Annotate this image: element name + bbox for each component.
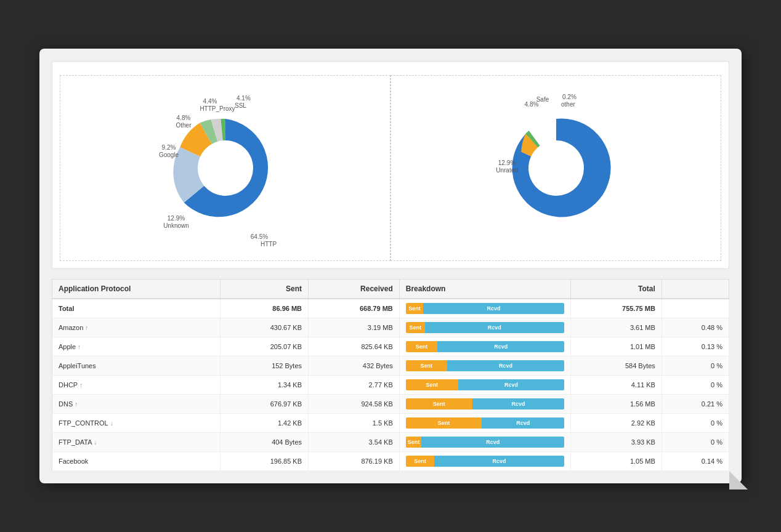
sent-bar: Sent [406,417,482,429]
main-panel: 64.5% HTTP 12.9% Unknown 9.2% Google 4.8… [39,49,742,483]
sent-cell: 1.34 KB [221,376,309,395]
google-text: Google [158,151,179,158]
breakdown-bar: SentRcvd [406,379,564,390]
pct-cell: 0 % [662,433,729,452]
table-row: FTP_CONTROL1.42 KB1.5 KBSentRcvd2.92 KB0… [52,414,729,433]
pct-cell: 0 % [662,376,729,395]
received-cell: 1.5 KB [309,414,400,433]
breakdown-bar: SentRcvd [406,456,564,467]
total-cell: 2.92 KB [571,414,662,433]
sent-bar: Sent [406,456,434,467]
left-chart-box: 64.5% HTTP 12.9% Unknown 9.2% Google 4.8… [60,75,390,261]
protocol-cell[interactable]: Amazon [52,318,221,337]
http-label: 64.5% [250,233,267,240]
pct-cell: 0 % [662,414,729,433]
sent-bar: Sent [406,303,423,314]
breakdown-bar: SentRcvd [406,360,564,371]
rcvd-bar: Rcvd [437,341,564,352]
sent-cell: 430.67 KB [221,318,309,337]
breakdown-cell: SentRcvd [399,395,570,414]
breakdown-bar: SentRcvd [406,398,564,409]
unrated-text: Unrated [496,167,518,174]
pct-cell [662,299,729,318]
breakdown-cell: SentRcvd [399,357,570,376]
protocol-cell: Total [52,299,221,318]
rcvd-bar: Rcvd [425,322,565,333]
sent-cell: 86.96 MB [221,299,309,318]
received-cell: 876.19 KB [309,452,400,471]
sent-cell: 196.85 KB [221,452,309,471]
other-right-text: other [561,101,575,108]
protocol-cell[interactable]: Apple [52,337,221,357]
breakdown-bar: SentRcvd [406,303,564,314]
total-cell: 1.56 MB [571,395,662,414]
received-cell: 2.77 KB [309,376,400,395]
sent-bar: Sent [406,341,437,352]
breakdown-cell: SentRcvd [399,299,570,318]
right-chart-box: 82.1% Acceptable 12.9% Unrated 4.8% Safe… [390,75,721,261]
received-cell: 3.19 MB [309,318,400,337]
received-cell: 825.64 KB [309,337,400,357]
rcvd-bar: Rcvd [472,398,564,409]
col-received: Received [309,280,400,299]
breakdown-cell: SentRcvd [399,414,570,433]
protocol-cell[interactable]: DHCP [52,376,221,395]
protocol-cell[interactable]: FTP_DATA [52,433,221,452]
total-cell: 3.61 MB [571,318,662,337]
pct-cell: 0 % [662,357,729,376]
sent-bar: Sent [406,322,425,333]
rcvd-bar: Rcvd [447,360,564,371]
pct-cell: 0.21 % [662,395,729,414]
safe-text: Safe [536,96,549,103]
col-protocol: Application Protocol [52,280,221,299]
application-protocol-table: Application Protocol Sent Received Break… [52,279,729,471]
table-header-row: Application Protocol Sent Received Break… [52,280,729,299]
sent-cell: 676.97 KB [221,395,309,414]
ssl-label: 4.1% [237,95,251,102]
breakdown-cell: SentRcvd [399,337,570,357]
table-row: FTP_DATA404 Bytes3.54 KBSentRcvd3.93 KB0… [52,433,729,452]
other-label: 4.8% [176,115,190,121]
proxy-text: HTTP_Proxy [200,105,235,112]
unknown-text: Unknown [163,222,189,229]
right-donut-hole [528,140,584,196]
other-text: Other [176,122,192,129]
table-row: DHCP1.34 KB2.77 KBSentRcvd4.11 KB0 % [52,376,729,395]
table-row: AppleiTunes152 Bytes432 BytesSentRcvd584… [52,357,729,376]
protocol-cell[interactable]: DNS [52,395,221,414]
received-cell: 924.58 KB [309,395,400,414]
table-row: Apple205.07 KB825.64 KBSentRcvd1.01 MB0.… [52,337,729,357]
breakdown-bar: SentRcvd [406,341,564,352]
unknown-label: 12.9% [167,215,184,222]
sent-cell: 152 Bytes [221,357,309,376]
protocol-cell[interactable]: AppleiTunes [52,357,221,376]
protocol-cell[interactable]: Facebook [52,452,221,471]
col-breakdown: Breakdown [399,280,570,299]
col-pct [662,280,729,299]
pct-cell: 0.14 % [662,452,729,471]
breakdown-cell: SentRcvd [399,452,570,471]
table-row: Facebook196.85 KB876.19 KBSentRcvd1.05 M… [52,452,729,471]
col-total: Total [571,280,662,299]
total-cell: 3.93 KB [571,433,662,452]
breakdown-cell: SentRcvd [399,318,570,337]
protocol-cell[interactable]: FTP_CONTROL [52,414,221,433]
col-sent: Sent [221,280,309,299]
rcvd-bar: Rcvd [423,303,564,314]
total-cell: 1.01 MB [571,337,662,357]
sent-cell: 1.42 KB [221,414,309,433]
charts-container: 64.5% HTTP 12.9% Unknown 9.2% Google 4.8… [60,75,721,261]
left-donut-chart: 64.5% HTTP 12.9% Unknown 9.2% Google 4.8… [139,88,312,248]
ssl-text: SSL [235,102,246,109]
table-row: Amazon430.67 KB3.19 MBSentRcvd3.61 MB0.4… [52,318,729,337]
breakdown-bar: SentRcvd [406,322,564,333]
total-cell: 755.75 MB [571,299,662,318]
donut-hole [198,140,253,196]
breakdown-cell: SentRcvd [399,433,570,452]
pct-cell: 0.48 % [662,318,729,337]
sent-bar: Sent [406,437,422,448]
total-cell: 4.11 KB [571,376,662,395]
received-cell: 432 Bytes [309,357,400,376]
table-row: DNS676.97 KB924.58 KBSentRcvd1.56 MB0.21… [52,395,729,414]
right-donut-chart: 82.1% Acceptable 12.9% Unrated 4.8% Safe… [470,88,642,248]
